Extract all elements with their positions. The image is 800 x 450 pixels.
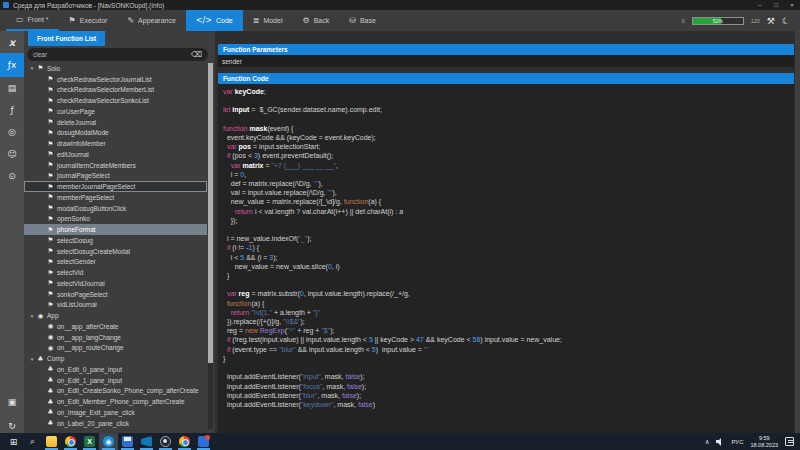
- tree-scrollbar[interactable]: [208, 63, 213, 429]
- code-segment: , input.value.length).replace(/_+/g,: [304, 290, 410, 297]
- functions-icon[interactable]: ƒx: [0, 53, 24, 77]
- action-center-icon[interactable]: [785, 437, 794, 446]
- globe-icon[interactable]: ◎: [0, 121, 24, 143]
- tree-item-openSonko[interactable]: ⚑openSonko: [24, 214, 207, 225]
- chrome-2-icon-glyph: [179, 436, 190, 447]
- code-segment: "blur": [279, 346, 296, 353]
- excel-icon[interactable]: X: [80, 433, 99, 450]
- eye-icon[interactable]: ⊙: [0, 165, 24, 187]
- tab-code[interactable]: </>Code: [186, 10, 243, 31]
- event-function-icon[interactable]: ƒ: [0, 99, 24, 121]
- tab-base[interactable]: ⛁Base: [339, 10, 386, 31]
- tree-item-editJournal[interactable]: ⚑editJournal: [24, 149, 207, 160]
- code-segment: && (i =: [244, 254, 269, 261]
- tree-item-selectGender[interactable]: ⚑selectGender: [24, 257, 207, 268]
- code-segment: false: [342, 392, 357, 399]
- tree-item-memberJournalPageSelect[interactable]: ⚑memberJournalPageSelect: [24, 181, 207, 192]
- tree-item-journalItemCreateMembers[interactable]: ⚑journalItemCreateMembers: [24, 160, 207, 171]
- expand-arrow-icon[interactable]: ▾: [28, 65, 36, 71]
- search-button[interactable]: ⌕: [23, 433, 42, 450]
- front-function-list-tab[interactable]: Front Function List: [28, 31, 105, 46]
- clock[interactable]: 9:59 18.08.2023: [750, 435, 778, 448]
- tree-item-dosugModalMode[interactable]: ⚑dosugModalMode: [24, 128, 207, 139]
- tree-item-checkRedrawSelectorMemberList[interactable]: ⚑checkRedrawSelectorMemberList: [24, 85, 207, 96]
- code-textarea[interactable]: var keyCode; let input = $_GC(sender.dat…: [218, 84, 794, 442]
- x-variable-icon[interactable]: x: [0, 31, 24, 53]
- tree-item-selectDosugCreateModal[interactable]: ⚑selectDosugCreateModal: [24, 246, 207, 257]
- tree-item-deleteJournal[interactable]: ⚑deleteJournal: [24, 117, 207, 128]
- dark-mode-toggle-icon[interactable]: ☾: [780, 14, 791, 26]
- tree-item-curUserPage[interactable]: ⚑curUserPage: [24, 106, 207, 117]
- tools-icon[interactable]: ⚒: [767, 16, 775, 26]
- user-icon[interactable]: ☺: [0, 143, 24, 165]
- tree-item-checkRedrawSelectorJournalList[interactable]: ⚑checkRedrawSelectorJournalList: [24, 74, 207, 85]
- mail-icon[interactable]: [194, 433, 213, 450]
- code-line-31: [223, 363, 794, 372]
- code-segment: );: [357, 392, 361, 399]
- code-segment: "+7 (___) ___ __ __": [271, 162, 335, 169]
- dark-browser-icon[interactable]: [156, 433, 175, 450]
- tab-back[interactable]: ⚙Back: [292, 10, 339, 31]
- ide-app-icon[interactable]: ◉: [99, 433, 118, 450]
- expand-arrow-icon[interactable]: ▾: [28, 313, 36, 319]
- minimize-button[interactable]: –: [752, 0, 768, 10]
- tray-chevron-icon[interactable]: ∧: [705, 438, 710, 446]
- tree-item-vidListJournal[interactable]: ⚑vidListJournal: [24, 300, 207, 311]
- tab-appearance[interactable]: ✎Appearance: [117, 10, 185, 31]
- tree-item-checkRedrawSelectorSonkoList[interactable]: ⚑checkRedrawSelectorSonkoList: [24, 95, 207, 106]
- tab-model[interactable]: ≣Model: [243, 10, 293, 31]
- code-segment: i <: [223, 254, 240, 261]
- tree-item-modalDosugButtonClick[interactable]: ⚑modalDosugButtonClick: [24, 203, 207, 214]
- tree-item-drawInfoMember[interactable]: ⚑drawInfoMember: [24, 138, 207, 149]
- code-segment: (event) {: [267, 125, 293, 132]
- tree-item-on_Edit_1_pane_input[interactable]: ♣on_Edit_1_pane_input: [24, 375, 207, 386]
- clear-search-icon[interactable]: ⌫: [191, 50, 202, 59]
- tree-item-selectVidJournal[interactable]: ⚑selectVidJournal: [24, 278, 207, 289]
- tab-executor[interactable]: ⚑Executor: [59, 10, 118, 31]
- explorer-icon[interactable]: [42, 433, 61, 450]
- tree-item-on_Edit_CreateSonko_Phone_comp_afterCreate[interactable]: ♣on_Edit_CreateSonko_Phone_comp_afterCre…: [24, 386, 207, 397]
- code-segment: || keyCode >: [373, 336, 416, 343]
- tree-scrollbar-thumb[interactable]: [208, 63, 213, 363]
- volume-icon[interactable]: [716, 438, 724, 446]
- tree-item-on__app_routeChange[interactable]: ◉on__app_routeChange: [24, 343, 207, 354]
- group-icon: ◉: [36, 312, 45, 320]
- tree-item-journalPageSelect[interactable]: ⚑journalPageSelect: [24, 171, 207, 182]
- tree-item-phoneFormat[interactable]: ⚑phoneFormat: [24, 224, 207, 235]
- expand-arrow-icon[interactable]: ▾: [28, 356, 36, 362]
- function-parameters-input[interactable]: sender: [218, 55, 794, 67]
- tree-item-on__app_langChange[interactable]: ◉on__app_langChange: [24, 332, 207, 343]
- editor-scrollbar[interactable]: [795, 31, 800, 433]
- code-segment: def = matrix.replace(/\D/g,: [223, 180, 313, 187]
- tree-item-sonkoPageSelect[interactable]: ⚑sonkoPageSelect: [24, 289, 207, 300]
- vscode-icon[interactable]: [137, 433, 156, 450]
- chrome-2-icon[interactable]: [175, 433, 194, 450]
- tree-search-input[interactable]: clear ⌫: [27, 48, 208, 61]
- chrome-icon[interactable]: [61, 433, 80, 450]
- start-button[interactable]: ⊞: [4, 433, 23, 450]
- tab-executor-label: Executor: [80, 17, 108, 24]
- maximize-button[interactable]: □: [768, 0, 784, 10]
- save-app-icon[interactable]: [118, 433, 137, 450]
- tree-item-selectVid[interactable]: ⚑selectVid: [24, 267, 207, 278]
- code-segment: input.addEventListener(: [223, 373, 301, 380]
- tree-item-on_Image_Exit_pane_click[interactable]: ♣on_Image_Exit_pane_click: [24, 407, 207, 418]
- language-indicator[interactable]: РУС: [731, 439, 743, 445]
- system-tray: ∧ РУС 9:59 18.08.2023: [705, 433, 800, 450]
- tree-item-on__app_afterCreate[interactable]: ◉on__app_afterCreate: [24, 321, 207, 332]
- tree-group-Solo[interactable]: ▾⚑Solo: [24, 63, 207, 74]
- tree-item-on_Edit_Member_Phone_comp_afterCreate[interactable]: ♣on_Edit_Member_Phone_comp_afterCreate: [24, 396, 207, 407]
- close-button[interactable]: ×: [784, 0, 800, 10]
- code-line-1: var keyCode;: [223, 87, 794, 96]
- code-segment: );: [307, 235, 311, 242]
- tree-group-App[interactable]: ▾◉App: [24, 310, 207, 321]
- tree-item-on_Edit_0_pane_input[interactable]: ♣on_Edit_0_pane_input: [24, 364, 207, 375]
- tree-item-selectDosug[interactable]: ⚑selectDosug: [24, 235, 207, 246]
- tree-item-memberPageSelect[interactable]: ⚑memberPageSelect: [24, 192, 207, 203]
- code-segment: let: [223, 106, 232, 113]
- tree-group-Comp[interactable]: ▾♣Comp: [24, 353, 207, 364]
- layers-icon[interactable]: ▤: [0, 77, 24, 99]
- tree-item-on_Label_20_pane_click[interactable]: ♣on_Label_20_pane_click: [24, 418, 207, 429]
- save-icon[interactable]: ▣: [0, 391, 24, 413]
- tab-front[interactable]: ▭Front *: [6, 10, 59, 31]
